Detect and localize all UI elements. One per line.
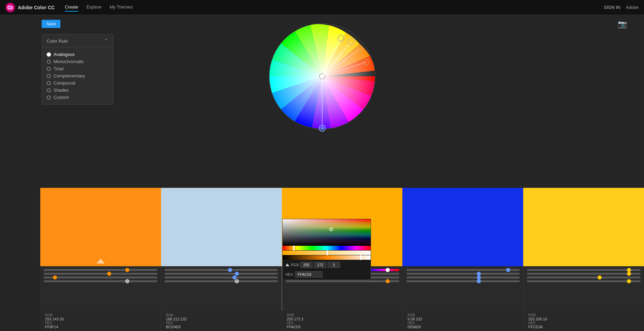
slider-track[interactable] <box>527 273 641 275</box>
slider-thumb[interactable] <box>627 279 631 283</box>
slider-track[interactable] <box>286 280 399 282</box>
slider-thumb[interactable] <box>228 268 232 272</box>
picker-g-input[interactable] <box>314 262 326 268</box>
sliders-col-3: RGB HEX <box>282 266 403 311</box>
slider-track[interactable] <box>44 273 157 275</box>
slider-thumb[interactable] <box>235 279 239 283</box>
picker-expand-icon[interactable] <box>285 264 289 266</box>
slider-track[interactable] <box>406 280 520 282</box>
picker-hex-label: HEX <box>285 272 293 276</box>
nav-explore[interactable]: Explore <box>86 3 101 12</box>
slider-thumb[interactable] <box>235 272 239 276</box>
swatch-2[interactable] <box>161 188 282 266</box>
info-rgb-label-2: RGB <box>166 313 277 317</box>
brightness-bar[interactable] <box>283 255 371 260</box>
slider-track[interactable] <box>164 273 278 275</box>
rule-complementary[interactable]: Complementary <box>47 72 108 79</box>
info-col-4: RGB 9 58 232 HEX 093AE8 <box>403 311 524 331</box>
radio-custom <box>47 95 51 100</box>
rule-triad[interactable]: Triad <box>47 65 108 72</box>
picker-spectrum[interactable] <box>283 219 371 246</box>
sign-in-button[interactable]: SIGN IN <box>604 5 620 10</box>
slider-track[interactable] <box>164 280 278 282</box>
slider-row-4-3 <box>406 276 520 279</box>
slider-track[interactable] <box>527 269 641 271</box>
rule-compound[interactable]: Compound <box>47 79 108 87</box>
info-rgb-value-2: 188 212 232 <box>166 317 277 321</box>
sliders-col-2 <box>161 266 282 311</box>
adobe-text: Adobe <box>626 5 639 10</box>
slider-thumb[interactable] <box>53 275 57 280</box>
slider-track[interactable] <box>44 280 157 282</box>
slider-thumb[interactable] <box>232 275 237 280</box>
slider-row-5-2 <box>527 273 641 275</box>
save-button[interactable]: Save <box>42 20 60 28</box>
slider-thumb[interactable] <box>386 268 390 272</box>
color-picker-popup: RGB HEX <box>282 219 371 280</box>
info-hex-value-1: FF8F14 <box>45 325 156 329</box>
slider-track[interactable] <box>527 280 641 282</box>
color-wheel-svg[interactable] <box>264 18 380 134</box>
rule-analogous[interactable]: Analogous <box>47 51 108 58</box>
slider-row-1-2 <box>44 273 157 275</box>
camera-icon[interactable]: 📷 <box>618 20 627 29</box>
svg-point-14 <box>320 126 324 130</box>
slider-track[interactable] <box>406 276 520 279</box>
picker-r-input[interactable] <box>300 262 313 268</box>
slider-track[interactable] <box>44 269 157 271</box>
slider-track[interactable] <box>164 269 278 271</box>
bright-thumb <box>360 255 361 260</box>
info-hex-value-5: FFCE3A <box>528 325 639 329</box>
slider-track[interactable] <box>406 269 520 271</box>
sat-thumb <box>327 250 328 255</box>
radio-triad <box>47 67 51 71</box>
picker-hex-input[interactable] <box>295 271 323 277</box>
slider-row-4-1 <box>406 269 520 271</box>
slider-track[interactable] <box>406 273 520 275</box>
swatch-triangle-1 <box>97 259 105 264</box>
hue-bar[interactable] <box>283 246 371 250</box>
rule-custom[interactable]: Custom <box>47 94 108 101</box>
sliders-area: RGB HEX <box>40 266 644 311</box>
nav-right: SIGN IN Adobe <box>604 5 639 10</box>
picker-b-input[interactable] <box>328 262 340 268</box>
slider-thumb[interactable] <box>125 268 129 272</box>
nav-my-themes[interactable]: My Themes <box>110 3 133 12</box>
slider-thumb[interactable] <box>125 279 129 283</box>
info-rgb-label-3: RGB <box>287 313 398 317</box>
slider-thumb[interactable] <box>627 272 631 276</box>
slider-track[interactable] <box>164 276 278 279</box>
collapse-icon[interactable]: ⌃ <box>104 38 108 44</box>
slider-row-2-1 <box>164 269 278 271</box>
slider-thumb[interactable] <box>506 268 510 272</box>
nav-create[interactable]: Create <box>65 3 78 12</box>
radio-shades <box>47 88 51 92</box>
slider-track[interactable] <box>44 276 157 279</box>
picker-inputs: RGB <box>283 260 371 270</box>
slider-row-4-2 <box>406 273 520 275</box>
slider-thumb[interactable] <box>477 279 481 283</box>
slider-row-2-3 <box>164 276 278 279</box>
sliders-col-4 <box>403 266 524 311</box>
swatch-4[interactable] <box>402 188 523 266</box>
saturation-bar[interactable] <box>283 251 371 255</box>
rule-shades[interactable]: Shades <box>47 87 108 94</box>
slider-row-2-2 <box>164 273 278 275</box>
radio-compound <box>47 81 51 85</box>
slider-thumb[interactable] <box>598 275 602 280</box>
panel-title: Color Rule <box>47 39 68 44</box>
slider-row-1-4 <box>44 280 157 282</box>
swatch-5[interactable] <box>523 188 644 266</box>
slider-thumb[interactable] <box>386 279 390 283</box>
swatch-1[interactable] <box>40 188 161 266</box>
app-title: Adobe Color CC <box>18 5 55 10</box>
info-hex-label-2: HEX <box>166 321 277 325</box>
info-col-2: RGB 188 212 232 HEX BCD4E8 <box>161 311 282 331</box>
hue-thumb <box>293 245 295 251</box>
info-col-5: RGB 255 206 10 HEX FFCE3A <box>524 311 644 331</box>
slider-thumb[interactable] <box>107 272 111 276</box>
info-rgb-label-5: RGB <box>528 313 639 317</box>
color-wheel-container[interactable] <box>264 18 380 134</box>
slider-track[interactable] <box>527 276 641 279</box>
rule-monochromatic[interactable]: Monochromatic <box>47 58 108 65</box>
